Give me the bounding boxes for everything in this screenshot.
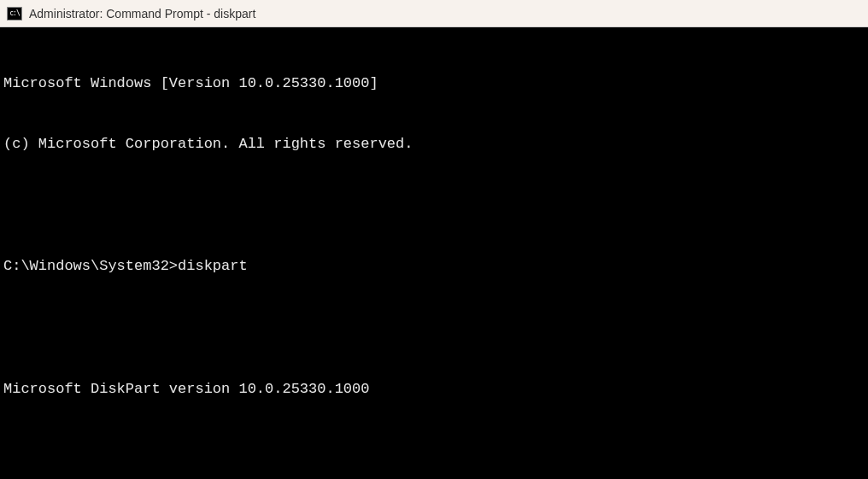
- cmd-icon: c:\: [7, 7, 22, 20]
- terminal-line: [3, 440, 865, 460]
- terminal-output[interactable]: Microsoft Windows [Version 10.0.25330.10…: [0, 27, 868, 479]
- title-bar[interactable]: c:\ Administrator: Command Prompt - disk…: [0, 0, 868, 27]
- terminal-line: C:\Windows\System32>diskpart: [3, 256, 865, 277]
- terminal-line: Microsoft Windows [Version 10.0.25330.10…: [3, 73, 865, 94]
- terminal-line: Microsoft DiskPart version 10.0.25330.10…: [3, 379, 865, 400]
- window-title: Administrator: Command Prompt - diskpart: [29, 7, 255, 20]
- terminal-line: (c) Microsoft Corporation. All rights re…: [3, 134, 865, 155]
- cmd-icon-text: c:\: [9, 9, 19, 17]
- terminal-line: [3, 196, 865, 216]
- terminal-line: [3, 318, 865, 338]
